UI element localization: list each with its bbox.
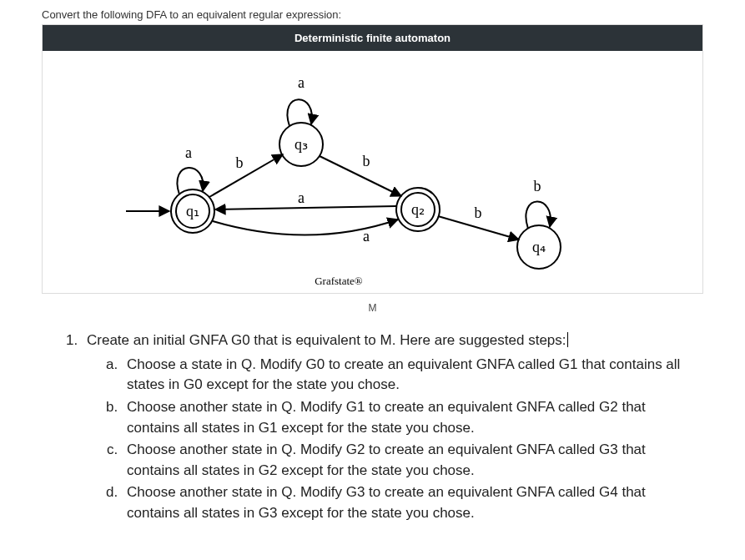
edge-q2-q4-label: b [475, 204, 482, 221]
step-1-intro: Create an initial GNFA G0 that is equiva… [87, 332, 566, 348]
edge-q3-q2 [320, 156, 401, 196]
state-q4-label: q₄ [532, 239, 546, 255]
edge-q3-q2-label: b [363, 153, 370, 169]
page-prompt: Convert the following DFA to an equivale… [0, 0, 745, 24]
step-1b: Choose another state in Q. Modify G1 to … [122, 397, 687, 438]
diagram-watermark: Grafstate® [315, 275, 363, 287]
dfa-diagram: q₁ a q₃ a b q₂ b a a [43, 51, 702, 293]
edge-q1-q1-label: a [185, 144, 192, 161]
edge-q1-q2-label: a [363, 228, 370, 245]
dfa-figure: Deterministic finite automaton q₁ a q₃ a [42, 24, 703, 294]
state-q1-label: q₁ [186, 203, 199, 219]
figure-header: Deterministic finite automaton [43, 25, 702, 51]
state-q3-label: q₃ [294, 136, 308, 153]
edge-q1-q3 [209, 154, 283, 197]
edge-q1-q2 [213, 219, 398, 235]
edge-q3-q3-label: a [298, 74, 305, 91]
instructions-block: Create an initial GNFA G0 that is equiva… [0, 330, 745, 542]
step-1a: Choose a state in Q. Modify G0 to create… [122, 355, 687, 396]
step-1c: Choose another state in Q. Modify G2 to … [122, 440, 687, 481]
step-1d: Choose another state in Q. Modify G3 to … [122, 482, 687, 523]
figure-caption: M [0, 302, 745, 314]
edge-q4-q4-label: b [534, 178, 541, 194]
step-1: Create an initial GNFA G0 that is equiva… [82, 330, 687, 524]
text-cursor-icon [567, 332, 568, 347]
edge-q2-q1 [215, 206, 396, 209]
edge-q2-q1-label: a [298, 189, 305, 206]
state-q2-label: q₂ [411, 201, 425, 218]
edge-q1-q3-label: b [236, 154, 244, 171]
